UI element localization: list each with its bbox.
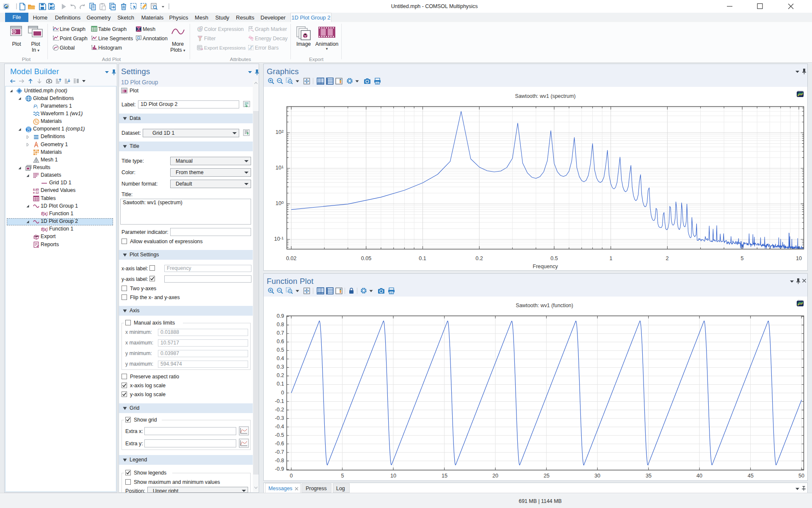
svg-text:8.85: 8.85	[33, 188, 39, 191]
svg-text:e-12: e-12	[33, 191, 39, 194]
svg-text:Ω: Ω	[27, 128, 30, 133]
svg-text:P: P	[33, 103, 37, 109]
svg-text:i: i	[37, 105, 38, 109]
svg-text:f(x): f(x)	[41, 212, 47, 217]
svg-text:f(x): f(x)	[41, 227, 47, 232]
